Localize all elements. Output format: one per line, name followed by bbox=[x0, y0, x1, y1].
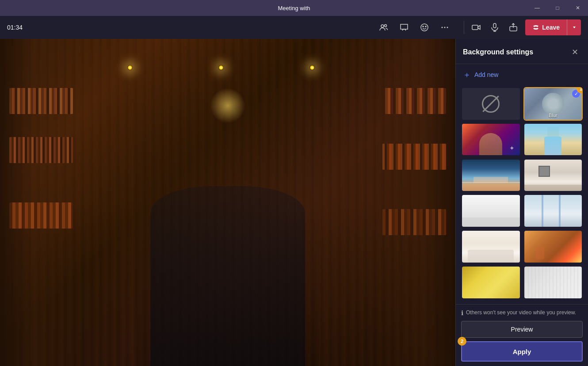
bedroom-bed bbox=[468, 250, 514, 263]
leave-main[interactable]: Leave bbox=[525, 19, 567, 35]
books-left-mid bbox=[9, 137, 73, 163]
apply-button-wrapper: 2 Apply bbox=[461, 341, 583, 362]
background-gradient-thumb bbox=[462, 267, 520, 298]
books-left-top bbox=[9, 88, 73, 114]
background-blur[interactable]: 1 Blur ✓ bbox=[523, 87, 583, 121]
panel-bottom: ℹ Others won't see your video while you … bbox=[456, 304, 588, 366]
white-room-corner bbox=[462, 217, 520, 227]
maximize-button[interactable]: □ bbox=[547, 0, 568, 16]
svg-point-6 bbox=[444, 27, 446, 28]
svg-point-1 bbox=[385, 25, 387, 27]
background-desert[interactable] bbox=[461, 159, 521, 192]
microphone-button[interactable] bbox=[486, 19, 503, 36]
background-gradient[interactable] bbox=[461, 266, 521, 299]
main-content: Background settings ✕ ＋ Add new 1 Blur bbox=[0, 39, 588, 366]
blur-avatar bbox=[542, 93, 564, 115]
svg-point-0 bbox=[381, 25, 384, 27]
background-colorful-thumb: ✦ bbox=[462, 124, 520, 156]
cafe-chair bbox=[536, 247, 545, 259]
toolbar-media bbox=[468, 19, 522, 36]
title-bar: Meeting with — □ ✕ bbox=[0, 0, 588, 16]
background-partial[interactable] bbox=[523, 266, 583, 299]
office-floor bbox=[524, 185, 582, 191]
colorful-star: ✦ bbox=[509, 145, 515, 152]
svg-point-4 bbox=[425, 26, 426, 27]
glass-panels bbox=[542, 195, 543, 227]
info-row: ℹ Others won't see your video while you … bbox=[461, 309, 583, 316]
panel-close-button[interactable]: ✕ bbox=[569, 46, 581, 58]
books-right-mid bbox=[382, 144, 446, 170]
window-title: Meeting with bbox=[278, 5, 310, 11]
people-button[interactable] bbox=[375, 19, 392, 36]
toolbar-divider bbox=[464, 21, 464, 34]
info-icon: ℹ bbox=[461, 309, 463, 316]
background-hallway-thumb bbox=[524, 124, 582, 156]
background-office[interactable] bbox=[523, 159, 583, 192]
leave-dropdown-arrow[interactable] bbox=[567, 19, 581, 35]
preview-button[interactable]: Preview bbox=[461, 321, 583, 338]
minimize-button[interactable]: — bbox=[527, 0, 547, 16]
panel-header: Background settings ✕ bbox=[456, 39, 588, 64]
background-partial-thumb bbox=[524, 267, 582, 298]
books-right-low bbox=[382, 209, 446, 235]
camera-button[interactable] bbox=[468, 19, 485, 36]
toolbar: 01:34 bbox=[0, 16, 588, 39]
svg-point-5 bbox=[442, 27, 443, 28]
background-white-room[interactable] bbox=[461, 194, 521, 228]
background-none[interactable] bbox=[461, 87, 521, 121]
call-timer: 01:34 bbox=[7, 24, 23, 31]
books-left-low bbox=[9, 202, 73, 229]
none-icon bbox=[482, 95, 500, 113]
leave-button[interactable]: Leave bbox=[525, 19, 581, 35]
backgrounds-grid: 1 Blur ✓ ✦ bbox=[456, 85, 588, 304]
add-icon: ＋ bbox=[463, 69, 471, 80]
background-office-thumb bbox=[524, 160, 582, 191]
chat-button[interactable] bbox=[396, 19, 412, 36]
partial-pattern bbox=[524, 267, 582, 298]
background-cafe-thumb bbox=[524, 231, 582, 263]
svg-point-7 bbox=[447, 27, 448, 28]
blur-label: Blur bbox=[524, 113, 582, 118]
apply-button[interactable]: Apply bbox=[461, 341, 583, 362]
background-cafe[interactable] bbox=[523, 230, 583, 263]
books-right-top bbox=[382, 88, 446, 114]
background-modern-office-thumb bbox=[524, 195, 582, 227]
desert-building bbox=[473, 177, 508, 183]
toolbar-icons bbox=[375, 19, 453, 36]
office-frame bbox=[538, 166, 550, 177]
panel-title: Background settings bbox=[463, 48, 533, 56]
more-button[interactable] bbox=[436, 19, 453, 36]
svg-rect-8 bbox=[472, 25, 478, 30]
svg-rect-9 bbox=[493, 23, 496, 28]
background-modern-office[interactable] bbox=[523, 194, 583, 228]
background-settings-panel: Background settings ✕ ＋ Add new 1 Blur bbox=[455, 39, 588, 366]
badge-2: 2 bbox=[458, 337, 466, 346]
close-button[interactable]: ✕ bbox=[568, 0, 588, 16]
window-controls: — □ ✕ bbox=[527, 0, 588, 16]
background-none-thumb bbox=[462, 88, 520, 120]
video-background bbox=[0, 39, 455, 366]
colorful-fg bbox=[479, 133, 502, 155]
add-new-button[interactable]: ＋ Add new bbox=[456, 64, 588, 85]
dark-jacket bbox=[150, 186, 305, 366]
share-button[interactable] bbox=[505, 19, 522, 36]
info-text: Others won't see your video while you pr… bbox=[466, 309, 576, 316]
video-area bbox=[0, 39, 455, 366]
glass-panels-2 bbox=[559, 195, 561, 227]
background-bedroom-thumb bbox=[462, 231, 520, 263]
background-white-room-thumb bbox=[462, 195, 520, 227]
leave-label: Leave bbox=[542, 24, 560, 31]
background-bedroom[interactable] bbox=[461, 230, 521, 263]
background-hallway[interactable] bbox=[523, 123, 583, 156]
svg-point-2 bbox=[421, 24, 428, 31]
background-colorful[interactable]: ✦ bbox=[461, 123, 521, 156]
background-desert-thumb bbox=[462, 160, 520, 191]
svg-point-3 bbox=[423, 26, 424, 27]
reactions-button[interactable] bbox=[416, 19, 433, 36]
add-new-label: Add new bbox=[474, 71, 498, 78]
hallway-inner bbox=[544, 137, 561, 156]
